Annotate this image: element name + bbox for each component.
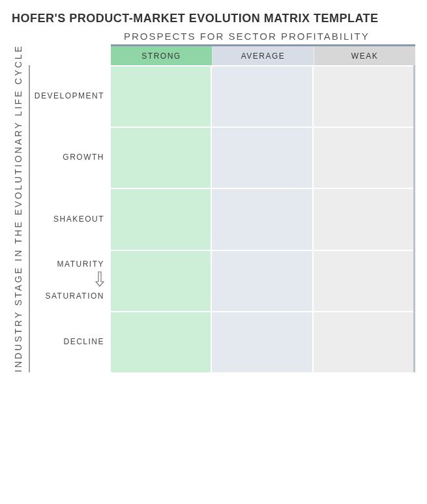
x-axis-label: PROSPECTS FOR SECTOR PROFITABILITY [124, 31, 415, 42]
row-label-growth: GROWTH [34, 126, 111, 188]
cell-shakeout-weak [314, 188, 413, 249]
row-label-text: DEVELOPMENT [35, 91, 104, 100]
row-labels: DEVELOPMENT GROWTH SHAKEOUT MATURITY SAT… [34, 65, 111, 372]
cell-shakeout-average [212, 188, 313, 249]
matrix: STRONG AVERAGE WEAK [111, 44, 415, 372]
matrix-frame: INDUSTRY STAGE IN THE EVOLUTIONARY LIFE … [12, 44, 415, 372]
row-label-shakeout: SHAKEOUT [34, 188, 111, 249]
arrow-down-icon [95, 271, 104, 289]
cell-growth-strong [111, 126, 212, 188]
matrix-row-maturity [111, 250, 413, 311]
row-label-text: SHAKEOUT [53, 215, 104, 224]
y-axis-label: INDUSTRY STAGE IN THE EVOLUTIONARY LIFE … [12, 44, 25, 372]
cell-development-average [212, 65, 313, 126]
y-axis-rule [29, 65, 30, 372]
row-label-text-top: MATURITY [57, 259, 104, 269]
row-label-decline: DECLINE [34, 311, 111, 372]
page-title: HOFER'S PRODUCT-MARKET EVOLUTION MATRIX … [12, 12, 415, 25]
cell-decline-average [212, 311, 313, 372]
cell-shakeout-strong [111, 188, 212, 249]
cell-growth-weak [314, 126, 413, 188]
cell-maturity-weak [314, 250, 413, 311]
matrix-row-growth [111, 126, 413, 188]
row-label-text-bottom: SATURATION [45, 291, 104, 301]
column-header-strong: STRONG [111, 46, 213, 65]
matrix-body [111, 65, 415, 372]
cell-growth-average [212, 126, 313, 188]
column-header-average: AVERAGE [213, 46, 314, 65]
cell-decline-strong [111, 311, 212, 372]
cell-maturity-average [212, 250, 313, 311]
cell-development-weak [314, 65, 413, 126]
y-axis: INDUSTRY STAGE IN THE EVOLUTIONARY LIFE … [12, 44, 25, 372]
cell-development-strong [111, 65, 212, 126]
matrix-row-shakeout [111, 188, 413, 249]
cell-maturity-strong [111, 250, 212, 311]
column-header-weak: WEAK [314, 46, 415, 65]
cell-decline-weak [314, 311, 413, 372]
row-label-development: DEVELOPMENT [34, 65, 111, 126]
row-label-maturity: MATURITY SATURATION [34, 250, 111, 311]
row-label-text: GROWTH [63, 153, 104, 162]
matrix-row-decline [111, 311, 413, 372]
row-label-text: DECLINE [63, 337, 104, 346]
column-header-row: STRONG AVERAGE WEAK [111, 46, 415, 65]
matrix-row-development [111, 65, 413, 126]
